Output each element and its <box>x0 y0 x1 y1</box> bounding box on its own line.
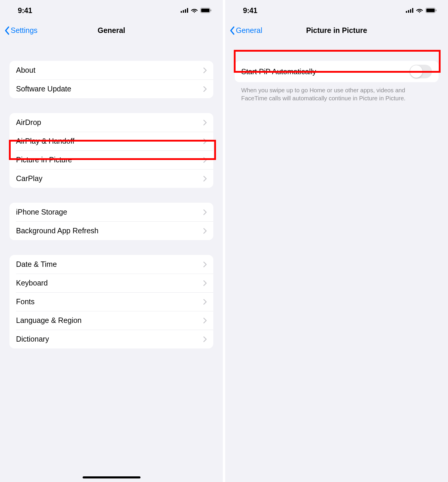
row-start-pip-auto: Start PiP Automatically <box>235 61 439 82</box>
row-label: Start PiP Automatically <box>241 67 316 76</box>
row-label: Software Update <box>16 85 71 93</box>
row-language-region[interactable]: Language & Region <box>9 311 213 330</box>
row-label: Dictionary <box>16 335 49 343</box>
status-bar: 9:41 <box>225 0 448 21</box>
row-label: Language & Region <box>16 316 82 325</box>
row-label: iPhone Storage <box>16 208 67 216</box>
toggle-knob <box>410 65 422 78</box>
footer-text: When you swipe up to go Home or use othe… <box>235 82 439 102</box>
row-picture-in-picture[interactable]: Picture in Picture <box>9 150 213 169</box>
svg-rect-0 <box>181 11 182 13</box>
status-time: 9:41 <box>243 6 257 15</box>
phone-general-screen: 9:41 Settings General About Software Upd… <box>0 0 224 482</box>
wifi-icon <box>191 8 198 13</box>
battery-icon <box>200 8 212 13</box>
chevron-right-icon <box>203 228 207 234</box>
row-airplay-handoff[interactable]: AirPlay & Handoff <box>9 132 213 150</box>
status-icons <box>181 8 214 13</box>
nav-bar: Settings General <box>0 21 223 40</box>
row-keyboard[interactable]: Keyboard <box>9 274 213 292</box>
chevron-right-icon <box>203 299 207 305</box>
status-time: 9:41 <box>18 6 32 15</box>
chevron-right-icon <box>203 318 207 324</box>
back-label: Settings <box>11 26 37 35</box>
settings-group-4: Date & Time Keyboard Fonts Language & Re… <box>9 255 213 348</box>
row-label: Background App Refresh <box>16 226 99 235</box>
row-software-update[interactable]: Software Update <box>9 80 213 98</box>
battery-icon <box>425 8 437 13</box>
chevron-right-icon <box>203 67 207 73</box>
svg-rect-13 <box>436 9 437 11</box>
row-label: Date & Time <box>16 260 57 269</box>
content-area: About Software Update AirDrop AirPlay & … <box>0 40 223 348</box>
chevron-right-icon <box>203 86 207 92</box>
toggle-start-pip[interactable] <box>409 65 432 78</box>
status-bar: 9:41 <box>0 0 223 21</box>
row-label: CarPlay <box>16 174 42 183</box>
settings-group-1: About Software Update <box>9 61 213 98</box>
row-background-app-refresh[interactable]: Background App Refresh <box>9 221 213 240</box>
settings-group-3: iPhone Storage Background App Refresh <box>9 203 213 240</box>
row-fonts[interactable]: Fonts <box>9 292 213 311</box>
chevron-left-icon <box>229 26 235 35</box>
chevron-right-icon <box>203 336 207 342</box>
row-label: Keyboard <box>16 279 48 287</box>
row-iphone-storage[interactable]: iPhone Storage <box>9 203 213 221</box>
svg-rect-2 <box>185 9 186 13</box>
row-carplay[interactable]: CarPlay <box>9 169 213 188</box>
wifi-icon <box>416 8 423 13</box>
row-label: AirPlay & Handoff <box>16 137 74 145</box>
row-label: Picture in Picture <box>16 156 72 164</box>
svg-rect-6 <box>211 9 212 11</box>
chevron-left-icon <box>4 26 10 35</box>
row-about[interactable]: About <box>9 61 213 80</box>
chevron-right-icon <box>203 209 207 215</box>
chevron-right-icon <box>203 280 207 286</box>
svg-rect-9 <box>410 9 411 13</box>
row-dictionary[interactable]: Dictionary <box>9 330 213 348</box>
row-airdrop[interactable]: AirDrop <box>9 113 213 132</box>
chevron-right-icon <box>203 176 207 182</box>
svg-rect-5 <box>201 9 209 12</box>
nav-bar: General Picture in Picture <box>225 21 448 40</box>
chevron-right-icon <box>203 138 207 144</box>
svg-rect-10 <box>412 8 413 13</box>
cellular-signal-icon <box>181 8 188 13</box>
chevron-right-icon <box>203 157 207 163</box>
page-title: Picture in Picture <box>306 26 367 35</box>
row-label: About <box>16 66 35 74</box>
chevron-right-icon <box>203 120 207 126</box>
phone-pip-screen: 9:41 General Picture in Picture Start Pi… <box>224 0 448 482</box>
chevron-right-icon <box>203 261 207 267</box>
cellular-signal-icon <box>406 8 414 13</box>
svg-rect-1 <box>183 10 184 13</box>
row-label: Fonts <box>16 297 35 306</box>
content-area: Start PiP Automatically When you swipe u… <box>225 40 448 102</box>
home-indicator[interactable] <box>82 476 140 478</box>
page-title: General <box>98 26 125 35</box>
back-label: General <box>236 26 262 35</box>
row-date-time[interactable]: Date & Time <box>9 255 213 274</box>
back-button[interactable]: Settings <box>4 26 37 35</box>
svg-rect-12 <box>426 9 435 12</box>
status-icons <box>406 8 439 13</box>
settings-group-2: AirDrop AirPlay & Handoff Picture in Pic… <box>9 113 213 188</box>
svg-rect-7 <box>406 11 407 13</box>
pip-group: Start PiP Automatically <box>235 61 439 82</box>
svg-rect-3 <box>187 8 188 13</box>
back-button[interactable]: General <box>229 26 262 35</box>
svg-rect-8 <box>408 10 409 13</box>
row-label: AirDrop <box>16 118 41 127</box>
